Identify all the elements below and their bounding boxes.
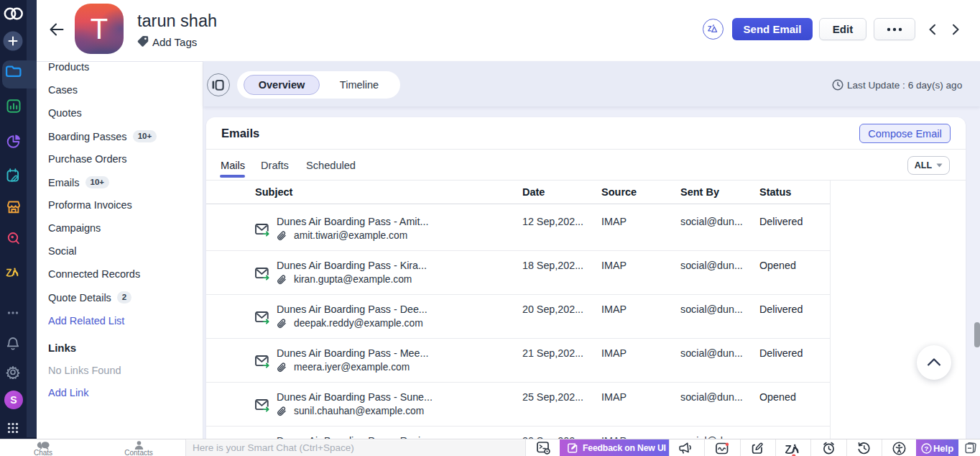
- svg-text:?: ?: [924, 444, 928, 452]
